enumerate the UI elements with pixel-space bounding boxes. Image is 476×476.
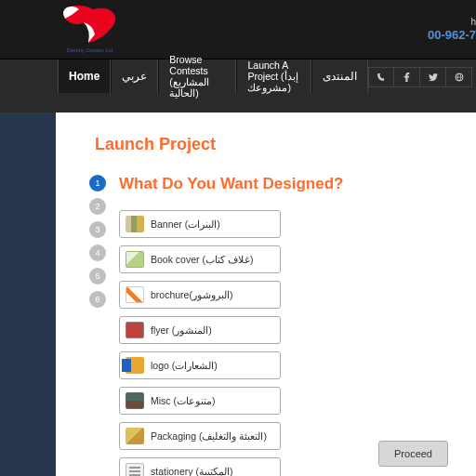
- top-header: Destiny Contest Ltd. h 00-962-7: [0, 0, 476, 59]
- nav-home[interactable]: Home: [58, 60, 111, 93]
- logo[interactable]: Destiny Contest Ltd.: [56, 2, 121, 50]
- brochure-icon: [126, 286, 144, 303]
- category-packaging[interactable]: Packaging (التعبئة والتغليف): [119, 422, 281, 450]
- twitter-icon[interactable]: [420, 67, 446, 87]
- nav-menu: Home عربي Browse Contests (المشاريع الحا…: [58, 60, 368, 112]
- category-label: brochure(البروشور): [151, 289, 232, 300]
- social-bar: [368, 60, 476, 112]
- phone-icon[interactable]: [368, 67, 394, 87]
- category-label: stationery (المكتبية): [151, 466, 232, 476]
- logo-icon: [126, 357, 144, 374]
- nav-forum[interactable]: المنتدى: [311, 60, 368, 93]
- header-right-text: h: [470, 17, 476, 27]
- category-stationery[interactable]: stationery (المكتبية): [119, 457, 281, 476]
- left-sidebar: [0, 112, 56, 476]
- content: Launch Project 1 2 3 4 5 6 What Do You W…: [56, 112, 476, 476]
- category-brochure[interactable]: brochure(البروشور): [119, 281, 281, 309]
- packaging-icon: [126, 428, 144, 444]
- nav-row: Home عربي Browse Contests (المشاريع الحا…: [0, 59, 476, 112]
- category-label: Packaging (التعبئة والتغليف): [151, 430, 267, 442]
- phone-number: 00-962-7: [428, 28, 476, 42]
- step-2[interactable]: 2: [89, 198, 106, 215]
- banner-icon: [126, 216, 144, 232]
- category-flyer[interactable]: flyer (المنشور): [119, 316, 281, 344]
- stationery-icon: [126, 463, 144, 476]
- step-5[interactable]: 5: [89, 268, 106, 284]
- nav-launch-project[interactable]: Launch A Project (إبدأ مشروعك): [236, 60, 311, 93]
- category-book-cover[interactable]: Book cover (غلاف كتاب): [119, 245, 281, 273]
- book-icon: [126, 251, 144, 268]
- category-misc[interactable]: Misc (متنوعات): [119, 387, 281, 415]
- page-title: Launch Project: [95, 135, 443, 154]
- proceed-button[interactable]: Proceed: [378, 441, 448, 467]
- nav-browse-contests[interactable]: Browse Contests (المشاريع الحالية): [158, 60, 236, 93]
- facebook-icon[interactable]: [394, 67, 420, 87]
- category-label: flyer (المنشور): [151, 324, 212, 336]
- logo-text: Destiny Contest Ltd.: [67, 47, 114, 53]
- step-4[interactable]: 4: [89, 245, 106, 261]
- main-row: Launch Project 1 2 3 4 5 6 What Do You W…: [0, 112, 476, 476]
- category-label: logo (الشعارات): [151, 360, 218, 371]
- category-logo[interactable]: logo (الشعارات): [119, 351, 281, 379]
- category-banner[interactable]: Banner (البنرات): [119, 210, 281, 238]
- category-label: Book cover (غلاف كتاب): [151, 254, 253, 265]
- nav-arabic[interactable]: عربي: [111, 60, 158, 93]
- step-6[interactable]: 6: [89, 291, 106, 308]
- category-label: Banner (البنرات): [151, 218, 220, 230]
- step-1[interactable]: 1: [89, 175, 106, 192]
- flyer-icon: [126, 322, 144, 338]
- category-grid: Banner (البنرات) Book cover (غلاف كتاب) …: [119, 210, 443, 476]
- globe-icon[interactable]: [446, 67, 472, 87]
- step-indicator: 1 2 3 4 5 6: [89, 175, 106, 476]
- step-3[interactable]: 3: [89, 221, 106, 238]
- step-title: What Do You Want Designed?: [119, 175, 443, 193]
- misc-icon: [126, 392, 144, 409]
- category-label: Misc (متنوعات): [151, 395, 216, 406]
